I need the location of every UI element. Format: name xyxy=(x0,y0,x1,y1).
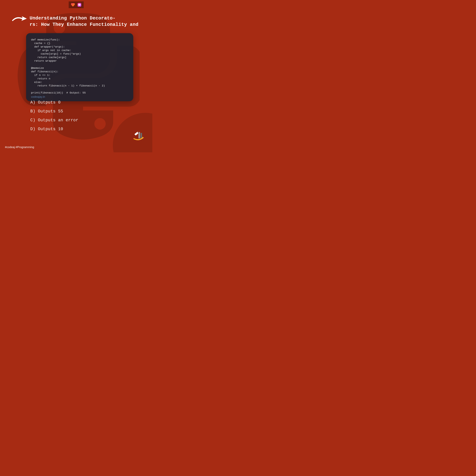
code-text: def memoize(func): cache = {} def wrappe… xyxy=(31,38,128,95)
svg-rect-3 xyxy=(140,133,142,138)
svg-point-1 xyxy=(79,4,80,5)
svg-rect-2 xyxy=(138,132,140,138)
heart-icon[interactable] xyxy=(71,2,75,7)
brand-logo-icon xyxy=(132,130,145,142)
page-title: Understanding Python Decorato- rs: How T… xyxy=(30,15,152,28)
comment-icon[interactable] xyxy=(77,2,82,7)
code-block: def memoize(func): cache = {} def wrappe… xyxy=(26,33,133,101)
watermark: codeajay.in xyxy=(31,95,128,99)
arrow-right-icon xyxy=(11,14,28,24)
reactions-bar xyxy=(69,1,84,8)
option-d[interactable]: D) Outputs 10 xyxy=(30,127,78,132)
hashtags: #codeaj #Programming xyxy=(5,146,34,149)
option-a[interactable]: A) Outputs 0 xyxy=(30,100,78,105)
option-c[interactable]: C) Outputs an error xyxy=(30,118,78,122)
option-b[interactable]: B) Outputs 55 xyxy=(30,109,78,114)
answer-options: A) Outputs 0 B) Outputs 55 C) Outputs an… xyxy=(30,100,78,136)
